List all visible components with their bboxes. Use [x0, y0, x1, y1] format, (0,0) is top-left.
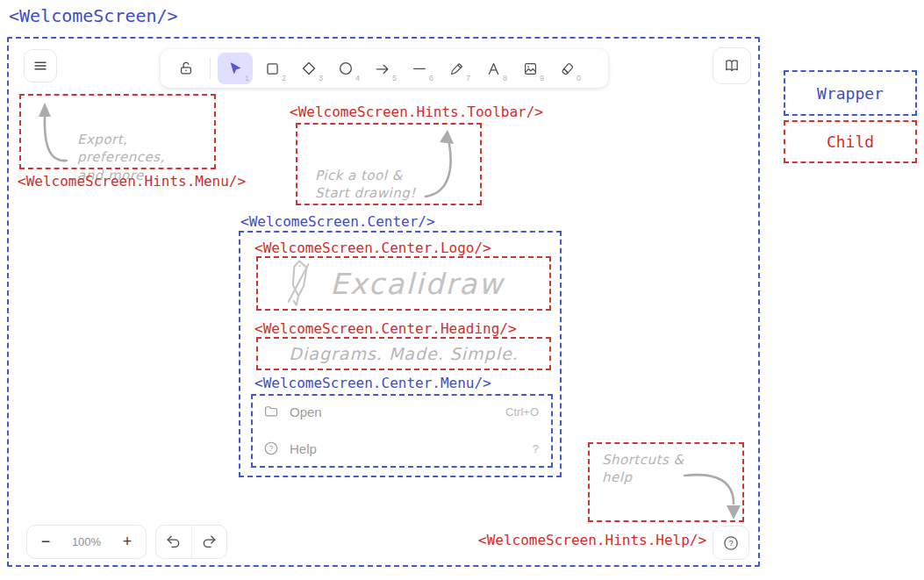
redo-button[interactable] — [191, 526, 227, 558]
hamburger-icon — [32, 58, 48, 74]
unlock-icon — [177, 60, 195, 77]
center-heading-label: <WelcomeScreen.Center.Heading/> — [254, 320, 517, 337]
hints-menu-label: <WelcomeScreen.Hints.Menu/> — [18, 173, 246, 190]
svg-text:?: ? — [728, 539, 733, 548]
zoom-controls: − 100% + — [26, 525, 147, 559]
folder-icon — [263, 404, 279, 419]
history-controls — [155, 525, 227, 559]
center-logo-outline: Excalidraw — [256, 256, 551, 311]
center-label: <WelcomeScreen.Center/> — [240, 213, 435, 230]
zoom-out-button[interactable]: − — [27, 526, 64, 558]
tool-image[interactable]: 9 — [512, 53, 548, 84]
tool-draw[interactable]: 7 — [439, 53, 474, 84]
welcome-screen-doc-page: <WelcomeScreen/> 1 2 — [0, 0, 924, 580]
pencil-icon — [448, 61, 465, 77]
undo-button[interactable] — [156, 526, 191, 558]
tool-rectangle[interactable]: 2 — [254, 53, 290, 84]
center-menu-label: <WelcomeScreen.Center.Menu/> — [254, 375, 491, 391]
excalidraw-logo-text: Excalidraw — [330, 267, 504, 301]
arrow-icon — [374, 60, 391, 77]
menu-item-help[interactable]: ? Help ? — [263, 440, 539, 456]
hints-toolbar-outline: Pick a tool & Start drawing! — [296, 123, 482, 205]
line-icon — [411, 60, 428, 77]
redo-icon — [201, 533, 218, 550]
main-menu-button[interactable] — [24, 49, 57, 82]
svg-text:?: ? — [269, 444, 274, 453]
excalidraw-logo: Excalidraw — [258, 258, 549, 309]
book-icon — [723, 57, 741, 75]
center-menu-outline: Open Ctrl+O ? Help ? — [251, 394, 553, 468]
tool-ellipse[interactable]: 4 — [328, 53, 363, 84]
center-logo-label: <WelcomeScreen.Center.Logo/> — [254, 240, 491, 256]
hints-help-label: <WelcomeScreen.Hints.Help/> — [478, 532, 706, 548]
hint-arrow-down-icon — [681, 465, 742, 523]
legend-child: Child — [784, 120, 917, 163]
excalidraw-logo-icon — [283, 258, 316, 309]
eraser-icon — [559, 61, 576, 77]
hints-menu-outline: Export, preferences, and more... — [19, 94, 216, 169]
lock-button[interactable] — [169, 53, 203, 84]
image-icon — [522, 61, 539, 77]
hint-toolbar-text: Pick a tool & Start drawing! — [315, 167, 416, 203]
tool-diamond[interactable]: 3 — [291, 53, 326, 84]
question-circle-icon: ? — [263, 440, 279, 456]
center-outline: <WelcomeScreen.Center.Logo/> Excalidraw … — [239, 231, 562, 477]
hint-arrow-up-icon — [33, 97, 77, 168]
text-icon — [485, 61, 502, 77]
library-button[interactable] — [713, 47, 751, 84]
center-heading-text: Diagrams. Made. Simple. — [258, 344, 549, 363]
hints-help-outline: Shortcuts & help — [588, 442, 744, 522]
tool-arrow[interactable]: 5 — [365, 53, 400, 84]
toolbar: 1 2 3 4 5 — [161, 49, 608, 88]
tool-text[interactable]: 8 — [476, 53, 511, 84]
hints-toolbar-label: <WelcomeScreen.Hints.Toolbar/> — [290, 104, 543, 120]
tool-selection[interactable]: 1 — [218, 53, 253, 84]
ellipse-icon — [337, 60, 355, 77]
center-menu: Open Ctrl+O ? Help ? — [253, 396, 551, 466]
zoom-level[interactable]: 100% — [64, 526, 109, 558]
hint-arrow-up-icon — [419, 126, 462, 200]
diamond-icon — [300, 60, 318, 77]
tool-line[interactable]: 6 — [402, 53, 437, 84]
menu-item-open[interactable]: Open Ctrl+O — [263, 404, 539, 419]
legend-wrapper: Wrapper — [784, 70, 917, 116]
center-heading-outline: Diagrams. Made. Simple. — [256, 337, 551, 370]
undo-icon — [165, 533, 182, 550]
help-button[interactable]: ? — [713, 526, 749, 560]
question-circle-icon: ? — [722, 534, 740, 552]
page-title: <WelcomeScreen/> — [9, 5, 178, 26]
toolbar-divider — [210, 58, 211, 79]
tool-eraser[interactable]: 0 — [549, 53, 584, 84]
hint-help-text: Shortcuts & help — [602, 451, 684, 487]
rectangle-icon — [264, 61, 281, 77]
cursor-icon — [227, 61, 243, 76]
zoom-in-button[interactable]: + — [109, 526, 146, 558]
